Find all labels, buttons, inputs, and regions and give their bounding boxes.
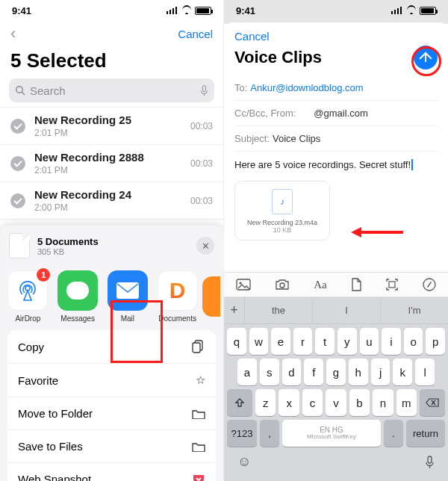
recording-time: 2:01 PM [34,128,190,138]
key-l[interactable]: l [415,359,435,385]
app-airdrop[interactable]: 1 AirDrop [3,270,53,323]
key-t[interactable]: t [315,328,335,355]
cancel-button[interactable]: Cancel [178,28,213,40]
key-i[interactable]: i [382,328,401,355]
key-period[interactable]: . [384,420,403,447]
key-z[interactable]: z [255,389,276,416]
recording-row[interactable]: New Recording 24 2:00 PM 00:03 [0,181,223,219]
key-v[interactable]: v [326,389,346,416]
suggestion[interactable]: the [245,297,313,323]
app-next-partial[interactable] [202,270,220,323]
scan-icon[interactable] [385,278,399,291]
key-comma[interactable]: , [260,420,279,447]
share-title: 5 Documents [37,236,196,247]
key-b[interactable]: b [349,389,370,416]
action-label: Move to Folder [18,407,93,420]
search-field[interactable]: Search [9,78,214,102]
to-field[interactable]: To: Ankur@idownlodblog.com [234,75,438,101]
key-j[interactable]: j [371,359,391,385]
suggestion[interactable]: I'm [381,297,448,323]
suggestion-expand[interactable]: + [224,297,245,323]
mail-fields: To: Ankur@idownlodblog.com Cc/Bcc, From:… [224,75,448,152]
key-q[interactable]: q [227,328,246,355]
checkmark-icon[interactable] [10,156,25,171]
close-button[interactable]: ✕ [196,237,214,255]
annotation-arrow [351,227,403,238]
key-f[interactable]: f [304,359,323,385]
key-m[interactable]: m [396,389,417,416]
key-y[interactable]: y [337,328,357,355]
mail-body[interactable]: Here are 5 voice recordings. Secret stuf… [224,152,448,175]
emoji-button[interactable]: ☺ [237,454,251,470]
app-messages[interactable]: Messages [53,270,103,323]
camera-icon[interactable] [275,279,290,291]
key-d[interactable]: d [282,359,302,385]
key-p[interactable]: p [426,328,445,355]
send-button[interactable] [414,46,438,69]
action-label: Save to Files [18,440,83,453]
key-e[interactable]: e [271,328,290,355]
recording-duration: 00:03 [190,121,213,131]
key-r[interactable]: r [293,328,313,355]
checkmark-icon[interactable] [10,193,25,208]
ccbcc-from-field[interactable]: Cc/Bcc, From: @gmail.com [234,101,438,126]
recording-row[interactable]: New Recording 25 2:01 PM 00:03 [0,107,223,144]
action-move-folder[interactable]: Move to Folder [7,397,216,429]
subject-label: Subject: [234,133,270,144]
recording-row[interactable]: New Recording 2888 2:01 PM 00:03 [0,144,223,181]
folder-icon [192,441,205,452]
key-row-1: q w e r t y u i o p [224,324,448,355]
to-label: To: [234,82,247,93]
key-return[interactable]: return [406,420,445,447]
back-button[interactable]: ‹ [10,24,16,43]
key-x[interactable]: x [279,389,299,416]
key-space[interactable]: EN HG Microsoft SwiftKey [282,420,381,447]
svg-rect-2 [203,85,206,91]
airdrop-badge: 1 [37,268,50,282]
battery-icon [420,7,436,15]
key-a[interactable]: a [237,359,257,385]
key-c[interactable]: c [302,389,323,416]
key-o[interactable]: o [404,328,423,355]
search-placeholder: Search [30,84,200,97]
recording-time: 2:01 PM [34,165,190,176]
svg-point-10 [280,283,284,288]
key-row-3: z x c v b n m [224,385,448,416]
key-backspace[interactable] [420,389,445,416]
key-w[interactable]: w [249,328,269,355]
photo-library-icon[interactable] [236,279,251,291]
markup-icon[interactable] [423,278,436,291]
key-k[interactable]: k [393,359,412,385]
action-web-snapshot[interactable]: Web Snapshot [7,462,216,481]
cancel-button[interactable]: Cancel [234,30,270,43]
app-mail[interactable]: Mail [103,270,153,323]
mic-button[interactable] [425,456,435,469]
key-shift[interactable] [227,389,252,416]
svg-rect-13 [428,456,432,463]
attachment[interactable]: ♪ New Recording 23.m4a 10 KB [234,181,330,241]
wifi-icon [406,7,417,14]
key-u[interactable]: u [360,328,379,355]
key-g[interactable]: g [326,359,346,385]
copy-icon [192,340,205,353]
svg-rect-7 [193,343,200,353]
body-text: Here are 5 voice recordings. Secret stuf… [234,159,411,170]
key-n[interactable]: n [373,389,393,416]
mic-icon[interactable] [200,85,208,96]
subject-field[interactable]: Subject: Voice Clips [234,126,438,152]
checkmark-icon[interactable] [10,119,25,134]
attach-file-icon[interactable] [351,278,361,291]
status-indicators [167,7,211,15]
action-copy[interactable]: Copy [7,330,216,363]
compose-nav: Cancel [224,22,448,46]
text-format-icon[interactable]: Aa [314,279,327,291]
key-h[interactable]: h [349,359,368,385]
key-s[interactable]: s [260,359,279,385]
app-label: Documents [158,314,196,323]
app-documents[interactable]: D Documents [152,270,202,323]
document-icon [9,233,30,258]
suggestion[interactable]: I [313,297,381,323]
action-save-files[interactable]: Save to Files [7,429,216,462]
key-numbers[interactable]: ?123 [227,420,257,447]
action-favorite[interactable]: Favorite ☆ [7,363,216,397]
